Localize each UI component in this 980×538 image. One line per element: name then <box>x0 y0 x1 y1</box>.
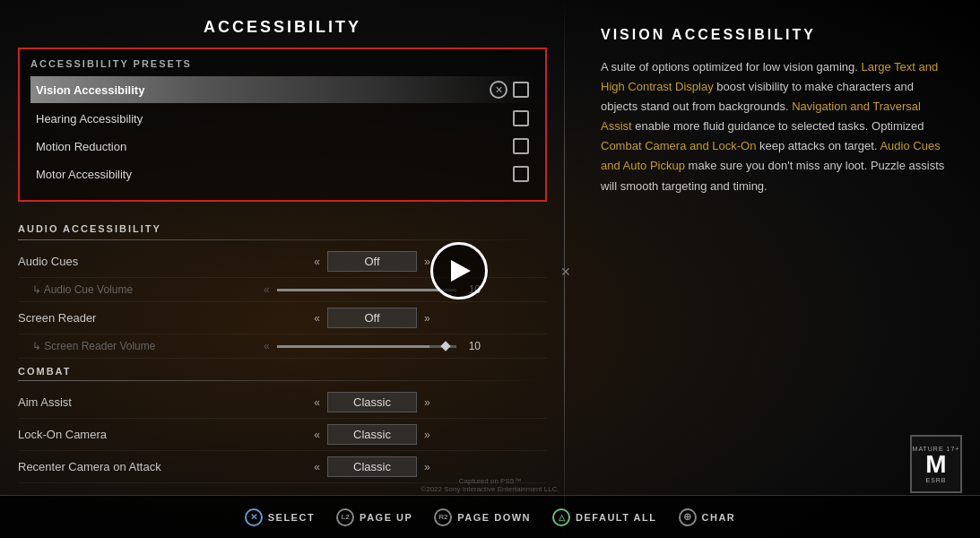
setting-screen-reader[interactable]: Screen Reader « Off » <box>18 302 547 334</box>
preset-motor-icons <box>513 166 529 182</box>
lockon-camera-value: Classic <box>327 424 417 445</box>
preset-row-hearing[interactable]: Hearing Accessibility <box>30 106 534 131</box>
preset-hearing-label: Hearing Accessibility <box>36 112 143 126</box>
audio-cue-volume-control: « 10 <box>197 283 547 296</box>
x-circle-icon: ✕ <box>490 81 507 99</box>
right-panel: VISION ACCESSIBILITY A suite of options … <box>565 0 980 538</box>
main-container: ACCESSIBILITY ACCESSIBILITY PRESETS Visi… <box>0 0 980 538</box>
preset-motor-label: Motor Accessibility <box>36 168 132 181</box>
square-icon-hearing <box>513 110 529 126</box>
aim-assist-value: Classic <box>327 392 417 412</box>
desc-part-3: enable more fluid guidance to selected t… <box>632 119 924 133</box>
page-title: ACCESSIBILITY <box>18 18 547 37</box>
play-button[interactable] <box>430 242 488 299</box>
loc-left-arrow[interactable]: « <box>314 429 320 441</box>
preset-vision-label: Vision Accessibility <box>36 83 144 97</box>
screen-reader-label: Screen Reader <box>18 311 197 325</box>
aim-assist-label: Aim Assist <box>18 395 197 409</box>
sr-right-arrow[interactable]: » <box>424 312 430 325</box>
square-icon-vision <box>513 82 529 98</box>
combat-divider <box>18 380 547 381</box>
sr-left-arrow[interactable]: « <box>314 312 320 325</box>
srv-label: ↳ Screen Reader Volume <box>18 340 197 352</box>
audio-cues-left-arrow[interactable]: « <box>314 256 320 268</box>
srv-value: 10 <box>469 340 481 352</box>
square-icon-motor <box>513 166 529 182</box>
recenter-camera-value: Classic <box>327 456 417 477</box>
audio-divider <box>18 239 547 240</box>
preset-motion-icons <box>513 138 529 154</box>
setting-screen-reader-volume: ↳ Screen Reader Volume « 10 <box>18 334 547 359</box>
screen-reader-control[interactable]: « Off » <box>197 308 547 328</box>
recenter-camera-label: Recenter Camera on Attack <box>18 460 197 473</box>
srv-diamond <box>440 341 450 351</box>
square-icon-motion <box>513 138 529 154</box>
setting-recenter-camera[interactable]: Recenter Camera on Attack « Classic » <box>18 451 547 483</box>
play-triangle-icon <box>451 260 471 282</box>
right-panel-title: VISION ACCESSIBILITY <box>601 27 953 43</box>
audio-cues-control[interactable]: « Off » <box>197 251 547 272</box>
audio-cue-volume-label: ↳ Audio Cue Volume <box>18 283 197 296</box>
preset-motion-label: Motion Reduction <box>36 140 126 153</box>
srv-control: « 10 <box>197 340 547 352</box>
right-panel-description: A suite of options optimized for low vis… <box>601 57 953 196</box>
srv-slider <box>277 345 456 348</box>
audio-cues-label: Audio Cues <box>18 255 197 268</box>
desc-highlight-3: Combat Camera and Lock-On <box>601 139 756 152</box>
srv-fill <box>277 345 429 348</box>
audio-cues-value: Off <box>327 251 417 272</box>
loc-right-arrow[interactable]: » <box>424 429 430 441</box>
combat-section-label: COMBAT <box>18 366 547 377</box>
rc-left-arrow[interactable]: « <box>314 461 320 473</box>
rc-right-arrow[interactable]: » <box>424 461 430 473</box>
audio-section-label: AUDIO ACCESSIBILITY <box>18 223 547 234</box>
srv-left-arrow: « <box>264 340 270 352</box>
setting-aim-assist[interactable]: Aim Assist « Classic » <box>18 386 547 419</box>
desc-part-1: A suite of options optimized for low vis… <box>601 60 861 74</box>
setting-lockon-camera[interactable]: Lock-On Camera « Classic » <box>18 419 547 451</box>
preset-row-vision[interactable]: Vision Accessibility ✕ <box>30 76 534 103</box>
aa-right-arrow[interactable]: » <box>424 396 430 409</box>
accessibility-presets-section: ACCESSIBILITY PRESETS Vision Accessibili… <box>18 48 547 202</box>
aim-assist-control[interactable]: « Classic » <box>197 392 547 412</box>
acv-fill <box>277 289 438 291</box>
lockon-camera-control[interactable]: « Classic » <box>197 424 547 445</box>
aa-left-arrow[interactable]: « <box>314 396 320 409</box>
acv-left-arrow: « <box>264 283 270 296</box>
preset-row-motion[interactable]: Motion Reduction <box>30 134 534 159</box>
desc-part-4: keep attacks on target. <box>756 139 880 152</box>
audio-cues-right-arrow[interactable]: » <box>424 256 430 268</box>
lockon-camera-label: Lock-On Camera <box>18 428 197 441</box>
screen-reader-value: Off <box>327 308 417 328</box>
acv-slider <box>277 289 456 291</box>
preset-vision-icons: ✕ <box>490 81 529 99</box>
preset-hearing-icons <box>513 110 529 126</box>
preset-row-motor[interactable]: Motor Accessibility <box>30 161 534 187</box>
recenter-camera-control[interactable]: « Classic » <box>197 456 547 477</box>
presets-section-label: ACCESSIBILITY PRESETS <box>30 58 534 69</box>
